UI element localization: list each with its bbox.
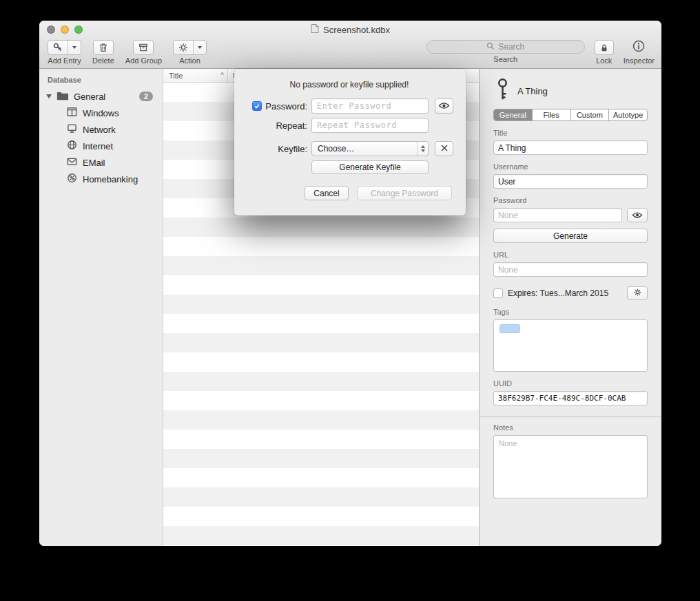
entry-title: A Thing — [517, 86, 548, 96]
dialog-repeat-input[interactable] — [311, 118, 429, 133]
title-field-label: Title — [493, 129, 648, 137]
expires-checkbox[interactable] — [493, 288, 503, 298]
generate-password-button[interactable]: Generate — [493, 229, 648, 243]
close-x-icon — [440, 143, 449, 155]
dialog-password-row: Password: — [247, 98, 452, 114]
uuid-field[interactable] — [493, 391, 648, 405]
sidebar-item-homebanking[interactable]: Homebanking — [39, 171, 163, 187]
column-header-title[interactable]: Title ^ — [163, 69, 227, 82]
keyfile-popup-button[interactable]: Choose… — [311, 141, 429, 156]
gear-icon — [174, 41, 193, 54]
inspector-button[interactable] — [630, 40, 647, 55]
sidebar-item-label: Internet — [83, 141, 113, 151]
sidebar: Database General 2 Windows — [39, 69, 163, 546]
sidebar-item-label: EMail — [83, 158, 105, 168]
toolbar-right: Search Search Lock — [426, 39, 655, 68]
action-button[interactable] — [173, 40, 207, 55]
repeat-label-cell: Repeat: — [247, 120, 307, 131]
sidebar-item-windows[interactable]: Windows — [39, 105, 163, 121]
add-group-button[interactable] — [133, 40, 154, 55]
sidebar-group-general[interactable]: General 2 — [39, 88, 163, 105]
change-password-button[interactable]: Change Password — [357, 186, 452, 200]
expires-row: Expires: Tues...March 2015 — [493, 286, 648, 300]
sidebar-item-internet[interactable]: Internet — [39, 138, 163, 154]
tag-chip[interactable] — [500, 324, 520, 333]
inspector-divider — [480, 417, 661, 417]
password-checkbox[interactable] — [252, 101, 262, 111]
password-field-cell — [311, 98, 429, 114]
lock-button[interactable] — [595, 40, 614, 55]
entry-count-badge: 2 — [139, 92, 153, 101]
tab-autotype[interactable]: Autotype — [609, 109, 647, 120]
notes-field[interactable] — [493, 435, 648, 498]
sidebar-item-email[interactable]: EMail — [39, 154, 163, 171]
cancel-button[interactable]: Cancel — [305, 186, 349, 200]
expires-label: Expires: Tues...March 2015 — [508, 288, 622, 298]
toolbar-item-action: Action — [173, 39, 207, 68]
url-field[interactable] — [493, 262, 648, 277]
sidebar-header: Database — [39, 74, 163, 88]
dialog-repeat-row: Repeat: — [247, 118, 452, 133]
generate-keyfile-button[interactable]: Generate Keyfile — [311, 160, 429, 174]
sidebar-item-network[interactable]: Network — [39, 121, 163, 138]
search-input[interactable]: Search — [426, 40, 585, 54]
url-field-label: URL — [493, 251, 648, 259]
add-entry-dropdown[interactable] — [68, 41, 81, 54]
delete-button[interactable] — [93, 40, 114, 55]
dialog-keyfile-label: Keyfile: — [278, 144, 307, 154]
homebanking-icon — [67, 173, 77, 185]
tab-custom[interactable]: Custom — [571, 109, 610, 120]
popup-stepper-icon — [417, 142, 428, 156]
dialog-password-input[interactable] — [311, 98, 429, 114]
generate-keyfile-row: Generate Keyfile — [311, 160, 452, 174]
sort-ascending-icon: ^ — [220, 72, 224, 79]
lock-icon — [595, 41, 613, 54]
tags-box[interactable] — [493, 319, 648, 372]
dialog-reveal-password-button[interactable] — [435, 98, 453, 114]
clear-keyfile-button[interactable] — [435, 141, 453, 156]
reveal-password-button[interactable] — [627, 208, 648, 222]
group-box-icon — [134, 41, 153, 54]
tab-general[interactable]: General — [494, 109, 533, 120]
search-label: Search — [493, 55, 517, 63]
close-button[interactable] — [47, 25, 55, 34]
expires-settings-button[interactable] — [627, 286, 648, 300]
username-field-label: Username — [493, 162, 648, 171]
disclosure-triangle-icon[interactable] — [46, 94, 52, 98]
toolbar-item-inspector: Inspector — [624, 39, 655, 65]
repeat-field-cell — [311, 118, 429, 133]
keyfile-aux — [435, 141, 453, 156]
folder-icon — [56, 90, 69, 103]
change-password-dialog: No password or keyfile supplied! Passwor… — [234, 69, 466, 215]
add-entry-button[interactable] — [48, 40, 81, 55]
window-title: Screenshot.kdbx — [323, 25, 390, 35]
title-field[interactable] — [493, 140, 648, 155]
window-title-group: Screenshot.kdbx — [311, 24, 390, 35]
dialog-repeat-label: Repeat: — [276, 120, 307, 131]
dialog-keyfile-row: Keyfile: Choose… — [247, 141, 452, 156]
password-row — [493, 208, 648, 222]
keyfile-label-cell: Keyfile: — [247, 144, 307, 154]
action-label: Action — [179, 56, 200, 65]
password-field[interactable] — [493, 208, 622, 222]
username-field[interactable] — [493, 174, 648, 189]
sidebar-group-label: General — [74, 92, 139, 102]
eye-icon — [438, 100, 450, 112]
notes-label: Notes — [493, 423, 648, 432]
tags-label: Tags — [493, 308, 648, 316]
add-entry-label: Add Entry — [48, 56, 81, 65]
network-icon — [67, 123, 77, 136]
toolbar-item-delete: Delete — [92, 39, 114, 68]
document-icon — [311, 24, 319, 35]
zoom-button[interactable] — [74, 25, 83, 34]
inspector-tabs: General Files Custom Autotype — [493, 109, 648, 121]
gear-icon — [633, 288, 642, 299]
windows-icon — [67, 107, 77, 119]
trash-icon — [94, 41, 113, 54]
lock-label: Lock — [596, 56, 612, 65]
desktop: Screenshot.kdbx Add Ent — [0, 0, 700, 601]
eye-icon — [632, 209, 643, 222]
minimize-button[interactable] — [61, 25, 69, 34]
toolbar-item-add-entry: Add Entry — [48, 39, 81, 68]
tab-files[interactable]: Files — [533, 109, 571, 120]
